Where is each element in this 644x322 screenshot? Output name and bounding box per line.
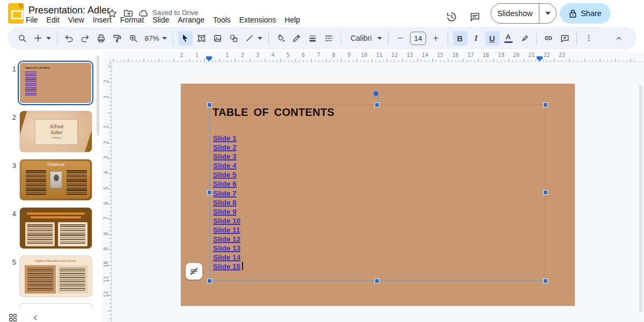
italic-button[interactable]: I — [469, 31, 484, 46]
slide-link[interactable]: Slide 5 — [213, 170, 240, 179]
slideshow-button[interactable]: Slideshow — [491, 3, 557, 24]
slide-title[interactable]: TABLE OF CONTENTS — [213, 106, 334, 119]
menu-item[interactable]: Tools — [209, 14, 235, 26]
slide-page[interactable]: TABLE OF CONTENTS Slide 1Slide 2Slide 3S… — [181, 84, 575, 306]
canvas-scrollbar[interactable] — [639, 85, 642, 312]
new-slide-button[interactable] — [31, 31, 46, 46]
slide-link[interactable]: Slide 1 — [213, 134, 240, 143]
hide-menus-button[interactable] — [611, 31, 626, 46]
resize-handle-nw[interactable] — [208, 103, 211, 107]
font-size-input[interactable]: 14 — [410, 32, 426, 45]
slide-link[interactable]: Slide 6 — [213, 179, 240, 188]
comments-icon[interactable] — [468, 10, 482, 24]
rotation-stem — [377, 96, 378, 103]
border-dash-button[interactable] — [321, 31, 336, 46]
resize-handle-sw[interactable] — [208, 279, 211, 283]
redo-button[interactable] — [78, 31, 92, 46]
paint-format-button[interactable] — [110, 31, 125, 46]
ruler-number: 2 — [103, 138, 109, 146]
border-color-button[interactable] — [289, 31, 304, 46]
zoom-value[interactable]: 87% — [142, 31, 162, 46]
font-family-select[interactable]: Calibri — [346, 31, 377, 46]
slide-link[interactable]: Slide 3 — [213, 152, 240, 161]
ruler-number: 15 — [437, 52, 443, 58]
slide-link[interactable]: Slide 9 — [213, 207, 240, 216]
insert-link-button[interactable] — [541, 31, 556, 46]
grid-view-button[interactable] — [9, 313, 17, 322]
insert-line-dropdown[interactable] — [256, 31, 264, 46]
print-button[interactable] — [94, 31, 108, 46]
share-button[interactable]: Share — [560, 3, 611, 24]
new-slide-dropdown[interactable] — [45, 31, 52, 46]
rotation-handle[interactable] — [374, 91, 378, 96]
insert-line-button[interactable] — [243, 31, 257, 46]
select-tool-button[interactable] — [178, 31, 193, 46]
slide-thumbnail-4[interactable] — [19, 207, 92, 249]
ruler-number: 4 — [103, 169, 109, 177]
menu-item[interactable]: Extensions — [235, 14, 280, 26]
fill-color-button[interactable] — [273, 31, 288, 46]
filmstrip-scrollbar[interactable] — [97, 55, 99, 136]
slide-thumbnail-1[interactable]: TABLE OF CONTENTS — [18, 61, 93, 105]
menu-item[interactable]: File — [21, 14, 42, 26]
autofit-button[interactable] — [186, 263, 202, 280]
search-menus-button[interactable] — [15, 31, 30, 46]
slide-thumbnail-5[interactable]: Higher Education and Career — [19, 255, 92, 297]
toolbar-divider — [448, 32, 448, 45]
decrease-font-size-button[interactable] — [393, 31, 408, 46]
slide-link[interactable]: Slide 13 — [213, 244, 240, 253]
toolbar-divider — [268, 32, 269, 45]
zoom-icon[interactable] — [126, 31, 141, 46]
font-family-dropdown[interactable] — [376, 31, 384, 46]
slide-link[interactable]: Slide 12 — [213, 235, 240, 244]
resize-handle-s[interactable] — [375, 279, 379, 283]
toolbar: 87% — [8, 27, 636, 49]
menu-item[interactable]: Format — [116, 14, 148, 26]
ruler-number: 16 — [452, 52, 459, 58]
slide-link[interactable]: Slide 15 — [213, 262, 240, 271]
slide-thumbnail-2[interactable]: Alfred Adler Life History — [19, 111, 92, 152]
menu-item[interactable]: Insert — [89, 14, 116, 26]
resize-handle-e[interactable] — [544, 191, 547, 194]
text-box-tool-button[interactable] — [194, 31, 209, 46]
slide-link[interactable]: Slide 7 — [213, 189, 240, 198]
resize-handle-n[interactable] — [375, 103, 379, 107]
menu-item[interactable]: View — [64, 14, 89, 26]
ruler-number: 3 — [103, 154, 109, 162]
slide-thumbnail-3[interactable]: Childhood — [19, 159, 92, 201]
insert-image-button[interactable] — [210, 31, 225, 46]
resize-handle-se[interactable] — [544, 279, 547, 283]
increase-font-size-button[interactable] — [429, 31, 443, 46]
slide-link[interactable]: Slide 2 — [213, 143, 240, 152]
slide-link[interactable]: Slide 10 — [213, 216, 240, 225]
resize-handle-ne[interactable] — [544, 103, 547, 107]
border-weight-button[interactable] — [305, 31, 320, 46]
bold-button[interactable]: B — [453, 31, 467, 46]
text-color-button[interactable]: A — [501, 31, 516, 46]
add-comment-button[interactable] — [558, 31, 572, 46]
ruler-number: 17 — [467, 52, 474, 58]
slide-link[interactable]: Slide 11 — [213, 225, 240, 235]
resize-handle-w[interactable] — [208, 191, 211, 194]
underline-button[interactable]: U — [485, 31, 500, 46]
slideshow-dropdown[interactable] — [539, 4, 556, 23]
menu-item[interactable]: Edit — [42, 14, 64, 26]
slide-link[interactable]: Slide 14 — [213, 253, 240, 262]
insert-shape-button[interactable] — [226, 31, 241, 46]
ruler-number: 2 — [241, 52, 244, 58]
slide-link[interactable]: Slide 4 — [213, 161, 240, 170]
undo-button[interactable] — [62, 31, 76, 46]
collapse-filmstrip-button[interactable] — [31, 313, 40, 322]
slideshow-label: Slideshow — [491, 9, 539, 18]
menu-item[interactable]: Arrange — [173, 14, 209, 26]
version-history-icon[interactable] — [444, 10, 458, 24]
ruler-number: 5 — [103, 184, 109, 192]
zoom-dropdown[interactable] — [161, 31, 169, 46]
highlight-color-button[interactable] — [517, 31, 532, 46]
menu-item[interactable]: Help — [280, 14, 304, 26]
slide-thumbnail-6-partial[interactable] — [19, 303, 92, 308]
menu-item[interactable]: Slide — [148, 14, 173, 26]
table-of-contents-textbox[interactable]: TABLE OF CONTENTS Slide 1Slide 2Slide 3S… — [209, 105, 545, 281]
more-options-button[interactable] — [582, 31, 596, 46]
slide-link[interactable]: Slide 8 — [213, 198, 240, 207]
